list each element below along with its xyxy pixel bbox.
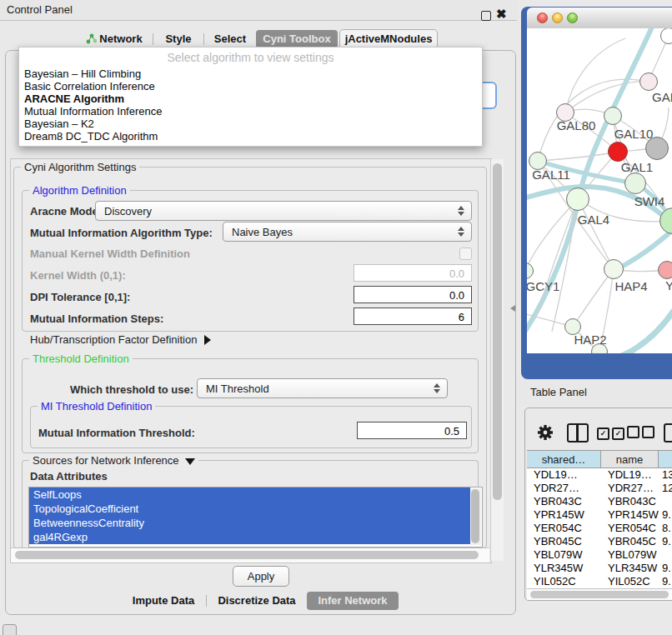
scrollbar-thumb[interactable] [15, 551, 479, 559]
column-header-partial[interactable] [659, 451, 672, 468]
sources-title-label: Sources for Network Inference [33, 454, 179, 467]
table-horizontal-scrollbar[interactable] [527, 588, 672, 600]
table-cell: YBR043C [601, 495, 659, 508]
dropdown-item[interactable]: ARACNE Algorithm [19, 92, 482, 105]
gear-icon[interactable] [536, 423, 554, 442]
expand-arrow-icon [204, 335, 211, 345]
settings-vertical-scrollbar[interactable] [490, 159, 504, 561]
settings-horizontal-scrollbar[interactable] [11, 548, 489, 562]
list-scrollbar[interactable] [470, 488, 481, 545]
close-window-icon[interactable] [537, 12, 548, 23]
dropdown-item[interactable]: Basic Correlation Inference [19, 80, 482, 92]
tab-discretize-data[interactable]: Discretize Data [210, 592, 303, 610]
table-cell: YBL079W [601, 548, 659, 562]
tab-cyni-toolbox-label: Cyni Toolbox [263, 32, 330, 45]
table-cell: YER054C [527, 522, 601, 535]
column-header-shared-name[interactable]: shared… [527, 451, 601, 468]
tab-infer-network[interactable]: Infer Network [307, 592, 399, 610]
hub-definition-label: Hub/Transcription Factor Definition [30, 333, 197, 346]
network-node[interactable] [624, 172, 646, 194]
table-row[interactable]: YDR27…YDR27…12 [527, 482, 672, 495]
table-row[interactable]: YER054CYER054C8. [527, 522, 672, 535]
float-panel-icon[interactable] [481, 11, 491, 21]
dropdown-item[interactable]: Dream8 DC_TDC Algorithm [19, 130, 482, 142]
network-node[interactable] [604, 259, 624, 279]
table-row[interactable]: YPR145WYPR145W9. [527, 508, 672, 522]
scrollbar-thumb[interactable] [471, 489, 479, 543]
table-row[interactable]: YIL052CYIL052C9. [527, 575, 672, 588]
table-row[interactable]: YLR345WYLR345W9. [527, 562, 672, 575]
table-cell: 13 [659, 468, 672, 482]
aracne-mode-combo[interactable]: Discovery [95, 201, 472, 221]
attribute-item[interactable]: TopologicalCoefficient [29, 502, 470, 516]
aracne-mode-label: Aracne Mode: [30, 205, 102, 218]
deselect-all-columns-icon[interactable] [627, 426, 657, 441]
mi-threshold-field[interactable]: 0.5 [357, 422, 467, 439]
tab-separator [203, 33, 204, 45]
group-title: Algorithm Definition [29, 184, 130, 197]
table-cell: YDL19… [527, 468, 601, 482]
collapse-arrow-icon [185, 458, 195, 465]
manual-kernel-checkbox[interactable] [459, 248, 472, 260]
apply-button[interactable]: Apply [233, 566, 289, 587]
tab-style[interactable]: Style [155, 30, 202, 48]
split-panel-icon[interactable] [567, 423, 589, 442]
control-panel-title: Control Panel [7, 3, 73, 16]
dropdown-item[interactable]: Bayesian – K2 [19, 118, 482, 130]
table-cell: YDR27… [527, 482, 601, 495]
table-cell: YBL079W [527, 548, 601, 562]
network-node[interactable] [566, 188, 589, 211]
table-row[interactable]: YDL19…YDL19…13 [527, 468, 672, 482]
select-all-columns-icon[interactable]: ✓✓ [597, 426, 627, 440]
tab-network-label: Network [99, 32, 142, 45]
restore-panel-button[interactable] [3, 624, 17, 635]
table-row[interactable]: YBL079WYBL079W [527, 548, 672, 562]
scrollbar-thumb[interactable] [493, 163, 502, 500]
network-canvas[interactable]: GALGAL80GAL10GAL1GAL11SWI4GAL4GCY1HAP4YH… [527, 28, 672, 353]
data-attributes-list[interactable]: SelfLoopsTopologicalCoefficientBetweenne… [28, 487, 483, 548]
network-node[interactable] [608, 142, 628, 162]
mi-type-combo[interactable]: Naive Bayes [223, 222, 472, 242]
zoom-window-icon[interactable] [567, 12, 578, 23]
tab-select[interactable]: Select [206, 30, 254, 48]
aracne-mode-value: Discovery [104, 205, 152, 218]
tab-cyni-toolbox[interactable]: Cyni Toolbox [256, 30, 338, 48]
tab-infer-network-label: Infer Network [318, 594, 387, 607]
network-node[interactable] [658, 261, 672, 279]
dpi-tolerance-field[interactable]: 0.0 [354, 286, 472, 303]
scrollbar-thumb[interactable] [530, 591, 669, 598]
close-panel-icon[interactable]: ✖ [496, 7, 507, 22]
network-node[interactable] [639, 72, 658, 91]
tab-separator [153, 33, 153, 45]
column-header-name[interactable]: name [601, 451, 659, 468]
table-cell: 9. [659, 535, 672, 548]
partial-toolbar-icon[interactable] [664, 423, 672, 442]
dpi-tolerance-label: DPI Tolerance [0,1]: [30, 291, 130, 303]
network-node[interactable] [660, 28, 672, 44]
dropdown-item[interactable]: Mutual Information Inference [19, 105, 482, 118]
network-node-label: GAL80 [557, 118, 596, 132]
group-title: Cyni Algorithm Settings [21, 161, 139, 173]
which-threshold-combo[interactable]: MI Threshold [197, 378, 448, 398]
splitter-collapse-handle[interactable] [510, 305, 515, 312]
attribute-item[interactable]: SelfLoops [29, 488, 470, 502]
network-node-label: HAP2 [574, 332, 606, 347]
attribute-item[interactable]: gal4RGexp [29, 530, 470, 544]
minimize-window-icon[interactable] [552, 12, 563, 23]
table-rows: YDL19…YDL19…13YDR27…YDR27…12YBR043CYBR04… [527, 468, 672, 588]
network-window-titlebar[interactable] [527, 8, 672, 29]
kernel-width-field[interactable]: 0.0 [354, 264, 472, 282]
table-row[interactable]: YBR045CYBR045C9. [527, 535, 672, 548]
mi-steps-field[interactable]: 6 [354, 308, 472, 325]
tab-impute-data[interactable]: Impute Data [124, 592, 203, 610]
network-node[interactable] [604, 107, 622, 125]
table-row[interactable]: YBR043CYBR043C [527, 495, 672, 508]
kernel-width-label: Kernel Width (0,1): [30, 269, 126, 282]
dropdown-item[interactable]: Bayesian – Hill Climbing [19, 68, 482, 80]
table-panel: ✓✓ shared… name YDL19…YDL19…13YDR27…YDR2… [524, 408, 672, 601]
hub-definition-expander[interactable]: Hub/Transcription Factor Definition [30, 333, 211, 346]
attribute-item[interactable]: BetweennessCentrality [29, 516, 470, 530]
mi-type-label: Mutual Information Algorithm Type: [30, 227, 213, 239]
sources-group-title[interactable]: Sources for Network Inference [29, 454, 198, 467]
tab-network[interactable]: Network [78, 30, 151, 48]
